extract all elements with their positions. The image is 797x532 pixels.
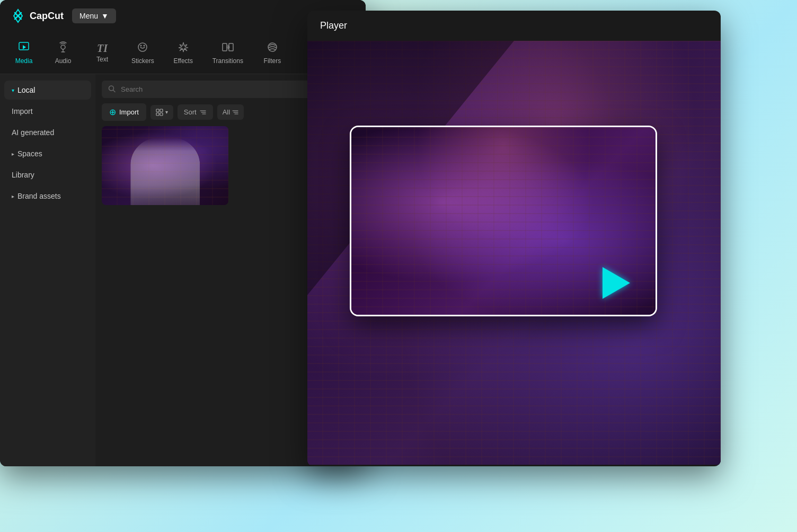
player-video[interactable] — [307, 41, 721, 465]
play-cursor[interactable] — [603, 267, 634, 299]
ai-generated-label: AI generated — [12, 128, 54, 137]
person-figure — [130, 138, 200, 205]
transitions-tab-label: Transitions — [212, 57, 243, 65]
import-button[interactable]: ⊕ Import — [102, 103, 146, 121]
app-name: CapCut — [30, 11, 64, 22]
media-tab-label: Media — [15, 57, 33, 65]
svg-rect-8 — [223, 43, 227, 51]
svg-point-5 — [138, 43, 147, 51]
svg-point-2 — [61, 45, 65, 49]
thumb-bg — [102, 126, 228, 205]
stickers-icon — [137, 41, 148, 55]
svg-point-7 — [144, 45, 145, 46]
brand-assets-arrow: ▸ — [12, 193, 14, 199]
effects-icon — [178, 41, 189, 55]
svg-rect-13 — [156, 109, 159, 112]
menu-label: Menu — [79, 12, 98, 20]
player-panel: Player — [307, 11, 721, 466]
tab-audio[interactable]: Audio — [45, 37, 82, 69]
grid-view-button[interactable]: ▾ — [150, 105, 173, 120]
import-btn-label: Import — [119, 108, 139, 116]
sidebar-item-ai-generated[interactable]: AI generated — [4, 123, 91, 142]
text-tab-label: Text — [96, 56, 108, 63]
audio-tab-label: Audio — [55, 57, 72, 65]
import-label: Import — [12, 107, 33, 116]
search-icon — [108, 85, 116, 94]
sidebar-item-brand-assets[interactable]: ▸ Brand assets — [4, 187, 91, 206]
app-logo: CapCut — [11, 8, 64, 23]
transitions-icon — [222, 41, 234, 55]
grid-chevron: ▾ — [165, 109, 168, 115]
brand-assets-label: Brand assets — [17, 192, 61, 200]
audio-icon — [57, 41, 69, 55]
play-arrow-icon — [603, 267, 630, 299]
player-header: Player — [307, 11, 721, 41]
all-label: All — [223, 108, 230, 116]
filters-tab-label: Filters — [264, 57, 281, 65]
tab-effects[interactable]: Effects — [165, 37, 202, 69]
menu-arrow: ▼ — [101, 12, 109, 20]
media-icon — [18, 41, 30, 55]
svg-rect-16 — [160, 113, 163, 116]
local-label: Local — [17, 86, 35, 94]
stickers-tab-label: Stickers — [131, 57, 154, 65]
svg-rect-14 — [160, 109, 163, 112]
filters-icon — [267, 41, 278, 55]
tab-stickers[interactable]: Stickers — [123, 37, 163, 69]
library-label: Library — [12, 171, 34, 179]
text-icon: TI — [97, 43, 108, 54]
capcut-logo-icon — [11, 8, 25, 23]
sidebar: ▾ Local Import AI generated ▸ Spaces Lib… — [0, 74, 95, 466]
sidebar-item-local[interactable]: ▾ Local — [4, 81, 91, 100]
effects-tab-label: Effects — [173, 57, 192, 65]
player-title: Player — [320, 20, 347, 31]
tab-filters[interactable]: Filters — [254, 37, 291, 69]
plus-icon: ⊕ — [109, 107, 116, 117]
menu-button[interactable]: Menu ▼ — [72, 8, 116, 23]
tab-text[interactable]: TI Text — [84, 39, 121, 67]
media-thumbnail-1[interactable] — [102, 126, 228, 205]
sort-button[interactable]: Sort — [178, 104, 213, 120]
sidebar-item-library[interactable]: Library — [4, 165, 91, 184]
tab-transitions[interactable]: Transitions — [204, 37, 252, 69]
svg-line-12 — [113, 90, 116, 92]
svg-marker-1 — [23, 45, 26, 49]
svg-point-6 — [140, 45, 142, 46]
local-arrow: ▾ — [12, 87, 14, 93]
sidebar-item-spaces[interactable]: ▸ Spaces — [4, 144, 91, 163]
spaces-label: Spaces — [17, 149, 42, 158]
all-filter-button[interactable]: All — [217, 104, 244, 120]
floating-video — [350, 126, 657, 316]
svg-rect-15 — [156, 113, 159, 116]
tab-media[interactable]: Media — [5, 37, 42, 69]
spaces-arrow: ▸ — [12, 151, 14, 157]
sidebar-item-import[interactable]: Import — [4, 102, 91, 121]
sort-label: Sort — [184, 108, 197, 116]
